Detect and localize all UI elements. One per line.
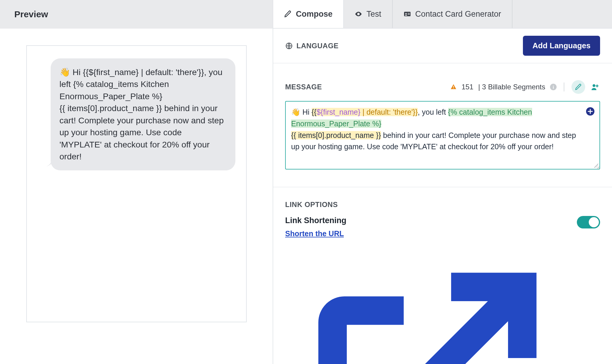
preview-area: 👋 Hi {{${first_name} | default: 'there'}…	[0, 29, 273, 364]
sms-text: 👋 Hi {{${first_name} | default: 'there'}…	[60, 67, 226, 161]
shorten-url-link[interactable]: Shorten the URL	[285, 229, 570, 364]
svg-point-2	[405, 13, 407, 15]
sms-bubble: 👋 Hi {{${first_name} | default: 'there'}…	[51, 58, 235, 170]
tab-compose[interactable]: Compose	[273, 0, 344, 28]
tab-contact-card-label: Contact Card Generator	[415, 10, 501, 19]
svg-rect-3	[408, 13, 410, 14]
contact-card-icon	[403, 10, 411, 18]
svg-point-8	[593, 84, 595, 87]
editor-pane: Compose Test Contact Card Generator	[273, 0, 612, 364]
language-row: LANGUAGE Add Languages	[273, 29, 612, 63]
editor-text-pre: 👋 Hi	[291, 108, 312, 116]
tab-test-label: Test	[366, 10, 381, 19]
svg-point-0	[358, 13, 359, 15]
info-icon[interactable]: i	[550, 84, 557, 90]
svg-rect-4	[408, 14, 410, 15]
link-options-section: LINK OPTIONS Link Shortening Shorten the…	[273, 187, 612, 364]
svg-rect-7	[453, 88, 454, 88]
message-editor[interactable]: 👋 Hi {{${first_name} | default: 'there'}…	[285, 101, 600, 169]
tab-compose-label: Compose	[296, 10, 333, 19]
warning-icon	[450, 84, 457, 90]
editor-after-greet: , you left	[418, 108, 448, 116]
tabs-row: Compose Test Contact Card Generator	[273, 0, 612, 29]
separator	[564, 83, 564, 91]
message-section: MESSAGE 151 | 3 Billable Segments i	[273, 63, 612, 172]
globe-icon	[285, 42, 293, 50]
link-shortening-desc: Shorten the URL contained in your SMS me…	[285, 228, 570, 364]
add-languages-button[interactable]: Add Languages	[523, 36, 600, 56]
language-label: LANGUAGE	[296, 42, 338, 50]
editor-default: | default: 'there'}}	[361, 108, 418, 116]
link-shortening-toggle[interactable]	[577, 216, 600, 228]
preview-title: Preview	[14, 9, 48, 19]
tab-test[interactable]: Test	[344, 0, 393, 28]
add-user-button[interactable]	[590, 82, 600, 92]
preview-frame: 👋 Hi {{${first_name} | default: 'there'}…	[26, 45, 247, 322]
preview-header: Preview	[0, 0, 273, 29]
editor-product-tag: {{ items[0].product_name }}	[291, 131, 381, 139]
sms-tail-icon	[45, 157, 55, 167]
message-label: MESSAGE	[285, 83, 322, 91]
link-options-label: LINK OPTIONS	[285, 200, 600, 209]
pencil-icon	[284, 10, 292, 18]
editor-open-braces: {{	[312, 108, 317, 116]
add-content-icon[interactable]	[586, 107, 595, 116]
char-count: 151	[462, 83, 473, 91]
resize-grip-icon[interactable]	[594, 163, 598, 168]
personalize-button[interactable]	[571, 80, 585, 94]
preview-pane: Preview 👋 Hi {{${first_name} | default: …	[0, 0, 273, 364]
tab-contact-card[interactable]: Contact Card Generator	[393, 0, 512, 28]
eye-icon	[355, 10, 362, 18]
svg-rect-6	[453, 86, 454, 88]
link-shortening-title: Link Shortening	[285, 216, 570, 225]
billable-segments: | 3 Billable Segments	[478, 83, 545, 91]
editor-first-name: ${first_name}	[316, 108, 360, 116]
